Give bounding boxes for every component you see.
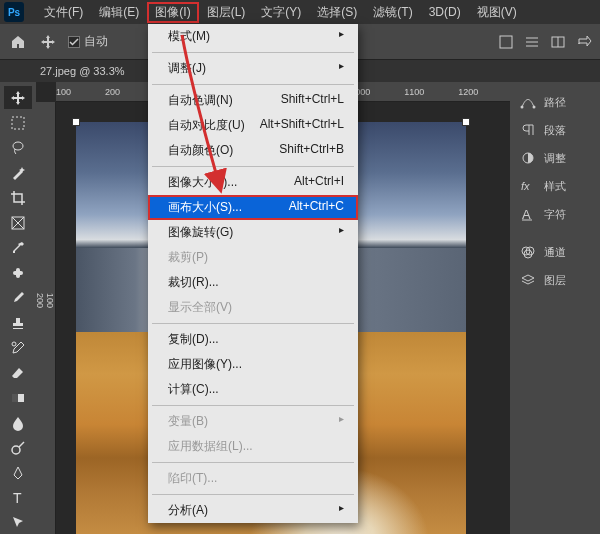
tool-blur[interactable] [4, 411, 32, 434]
menu-item-L: 应用数据组(L)... [148, 434, 358, 459]
opt-panel-icon[interactable] [550, 34, 566, 50]
menu-layer[interactable]: 图层(L) [199, 2, 254, 23]
menu-separator [152, 166, 354, 167]
panel-layers[interactable]: 图层 [514, 266, 596, 294]
tool-frame[interactable] [4, 211, 32, 234]
opt-share-icon[interactable] [576, 34, 592, 50]
menu-item-R[interactable]: 裁切(R)... [148, 270, 358, 295]
layer-icon [518, 272, 538, 288]
svg-point-17 [521, 106, 524, 109]
menu-select[interactable]: 选择(S) [309, 2, 365, 23]
svg-rect-10 [16, 268, 20, 278]
channel-icon [518, 244, 538, 260]
menu-separator [152, 323, 354, 324]
menu-item-I[interactable]: 图像大小(I)...Alt+Ctrl+I [148, 170, 358, 195]
menu-item-U[interactable]: 自动对比度(U)Alt+Shift+Ctrl+L [148, 113, 358, 138]
svg-rect-13 [12, 394, 18, 402]
svg-rect-4 [12, 117, 24, 129]
menu-separator [152, 462, 354, 463]
tool-move[interactable] [4, 86, 32, 109]
tool-stamp[interactable] [4, 311, 32, 334]
tool-crop[interactable] [4, 186, 32, 209]
menu-view[interactable]: 视图(V) [469, 2, 525, 23]
menu-separator [152, 52, 354, 53]
menu-item-C[interactable]: 计算(C)... [148, 377, 358, 402]
paragraph-icon [518, 122, 538, 138]
menu-3d[interactable]: 3D(D) [421, 3, 469, 21]
panel-label: 图层 [544, 273, 566, 288]
menu-item-J[interactable]: 调整(J) [148, 56, 358, 81]
panel-adjustments[interactable]: 调整 [514, 144, 596, 172]
tool-text[interactable]: T [4, 486, 32, 509]
svg-text:fx: fx [521, 180, 530, 192]
document-tab-label: 27.jpeg @ 33.3% [40, 65, 125, 77]
panel-label: 路径 [544, 95, 566, 110]
menu-separator [152, 84, 354, 85]
panel-paths[interactable]: 路径 [514, 88, 596, 116]
panel-label: 字符 [544, 207, 566, 222]
menu-file[interactable]: 文件(F) [36, 2, 91, 23]
tool-pen[interactable] [4, 461, 32, 484]
tool-path-select[interactable] [4, 511, 32, 534]
menu-filter[interactable]: 滤镜(T) [365, 2, 420, 23]
menu-item-G[interactable]: 图像旋转(G) [148, 220, 358, 245]
transform-handle-tr[interactable] [462, 118, 470, 126]
menu-separator [152, 494, 354, 495]
tool-wand[interactable] [4, 161, 32, 184]
home-icon[interactable] [8, 32, 28, 52]
menu-image[interactable]: 图像(I) [147, 2, 198, 23]
svg-line-15 [19, 442, 24, 447]
panel-styles[interactable]: fx 样式 [514, 172, 596, 200]
tool-history-brush[interactable] [4, 336, 32, 359]
style-icon: fx [518, 178, 538, 194]
menu-item-M[interactable]: 模式(M) [148, 24, 358, 49]
svg-point-14 [12, 446, 20, 454]
panel-label: 调整 [544, 151, 566, 166]
menu-bar: Ps 文件(F) 编辑(E) 图像(I) 图层(L) 文字(Y) 选择(S) 滤… [0, 0, 600, 24]
menu-item-T: 陷印(T)... [148, 466, 358, 491]
panel-label: 段落 [544, 123, 566, 138]
menu-item-V: 显示全部(V) [148, 295, 358, 320]
menu-type[interactable]: 文字(Y) [253, 2, 309, 23]
menu-item-P: 裁剪(P) [148, 245, 358, 270]
menu-item-S[interactable]: 画布大小(S)...Alt+Ctrl+C [148, 195, 358, 220]
menu-item-A[interactable]: 分析(A) [148, 498, 358, 523]
opt-3d-icon[interactable] [498, 34, 514, 50]
opt-align-icon[interactable] [524, 34, 540, 50]
transform-handle-tl[interactable] [72, 118, 80, 126]
auto-select-label: 自动 [84, 33, 108, 50]
svg-text:T: T [13, 490, 22, 506]
panel-label: 通道 [544, 245, 566, 260]
tool-lasso[interactable] [4, 136, 32, 159]
tool-heal[interactable] [4, 261, 32, 284]
svg-point-18 [533, 106, 536, 109]
menu-separator [152, 405, 354, 406]
menu-item-D[interactable]: 复制(D)... [148, 327, 358, 352]
menu-item-Y[interactable]: 应用图像(Y)... [148, 352, 358, 377]
auto-select-checkbox[interactable]: 自动 [68, 33, 108, 50]
path-icon [518, 94, 538, 110]
tool-eraser[interactable] [4, 361, 32, 384]
move-tool-icon [38, 32, 58, 52]
panel-character[interactable]: A 字符 [514, 200, 596, 228]
svg-text:A: A [522, 207, 531, 221]
menu-item-O[interactable]: 自动颜色(O)Shift+Ctrl+B [148, 138, 358, 163]
tool-dodge[interactable] [4, 436, 32, 459]
tool-marquee[interactable] [4, 111, 32, 134]
menu-item-N[interactable]: 自动色调(N)Shift+Ctrl+L [148, 88, 358, 113]
tool-eyedropper[interactable] [4, 236, 32, 259]
panels-dock: 路径 段落 调整 fx 样式 A 字符 通道 图层 [510, 82, 600, 534]
menu-item-B: 变量(B) [148, 409, 358, 434]
adjust-icon [518, 150, 538, 166]
svg-rect-1 [500, 36, 512, 48]
svg-point-5 [13, 142, 23, 150]
panel-channels[interactable]: 通道 [514, 238, 596, 266]
svg-point-11 [12, 342, 16, 346]
panel-paragraph[interactable]: 段落 [514, 116, 596, 144]
menu-edit[interactable]: 编辑(E) [91, 2, 147, 23]
char-icon: A [518, 206, 538, 222]
tool-brush[interactable] [4, 286, 32, 309]
tool-gradient[interactable] [4, 386, 32, 409]
ps-logo: Ps [4, 2, 24, 22]
image-menu-dropdown: 模式(M)调整(J)自动色调(N)Shift+Ctrl+L自动对比度(U)Alt… [148, 24, 358, 523]
